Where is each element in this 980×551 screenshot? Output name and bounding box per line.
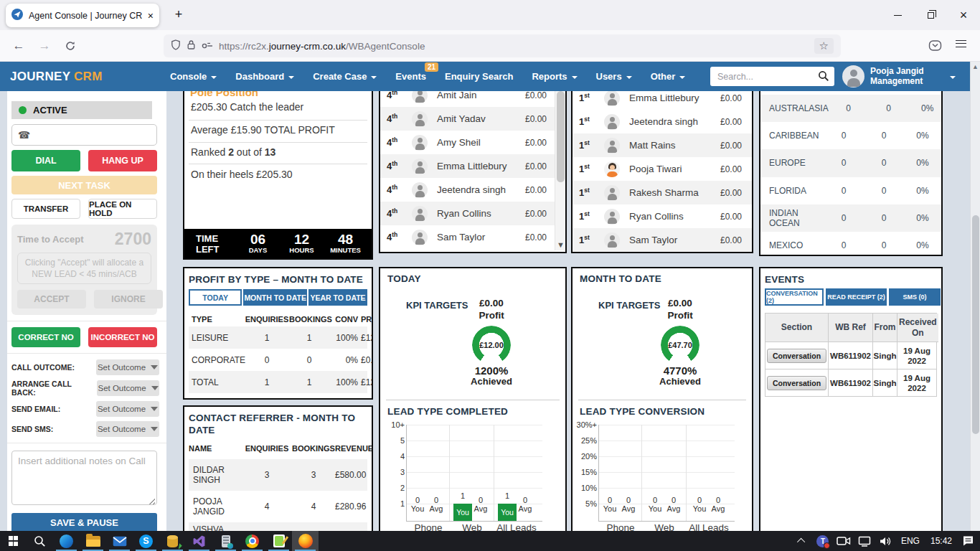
taskbar-search-button[interactable] bbox=[27, 531, 53, 551]
taskbar-skype-icon[interactable]: S bbox=[133, 531, 159, 551]
time-left-bar: TIME LEFT 06DAYS 12HOURS 48MINUTES bbox=[184, 229, 372, 258]
list-scrollbar[interactable]: ▼ bbox=[555, 91, 565, 250]
taskbar-notepad-icon[interactable] bbox=[265, 531, 292, 551]
scroll-up-icon[interactable]: ▲ bbox=[971, 63, 980, 70]
start-button[interactable] bbox=[0, 531, 27, 551]
window-restore-button[interactable] bbox=[914, 0, 947, 30]
user-menu[interactable]: Pooja JangidManagement bbox=[870, 66, 924, 86]
scrollbar-thumb[interactable] bbox=[557, 91, 565, 182]
table-header: TYPEENQUIRIESBOOKINGSCONVPROFIT bbox=[189, 312, 367, 326]
nav-item-other[interactable]: Other bbox=[641, 62, 695, 91]
language-indicator[interactable]: ENG bbox=[898, 536, 923, 546]
taskbar-visual-studio-icon[interactable] bbox=[186, 531, 212, 551]
send-sms-select[interactable]: Set Outcome bbox=[96, 421, 159, 437]
browser-tab[interactable]: Agent Console | Journey CRM × bbox=[6, 4, 159, 27]
tray-teams-icon[interactable]: T bbox=[815, 535, 831, 547]
new-tab-button[interactable]: + bbox=[169, 6, 188, 24]
window-minimize-button[interactable] bbox=[881, 0, 914, 30]
accept-button[interactable]: ACCEPT bbox=[17, 290, 86, 309]
person-avatar bbox=[412, 230, 428, 245]
call-notes-textarea[interactable] bbox=[11, 451, 157, 505]
taskbar-remote-server-icon[interactable] bbox=[212, 531, 239, 551]
browser-tab-bar: Agent Console | Journey CRM × + × bbox=[0, 0, 980, 30]
app-navbar: JOURNEY CRM Console Dashboard Create Cas… bbox=[0, 62, 980, 91]
accept-hint: Clicking "Accept" will allocate a NEW LE… bbox=[17, 253, 151, 284]
clock[interactable]: 15:42 bbox=[928, 536, 955, 546]
tray-network-icon[interactable] bbox=[857, 536, 872, 547]
taskbar-mail-icon[interactable] bbox=[106, 531, 133, 551]
bookmark-star-icon[interactable]: ☆ bbox=[814, 38, 834, 54]
app-logo[interactable]: JOURNEY CRM bbox=[10, 70, 161, 84]
tab-month-to-date[interactable]: MONTH TO DATE bbox=[243, 289, 307, 306]
tab-sms[interactable]: SMS (0) bbox=[889, 288, 941, 306]
tab-conversation[interactable]: CONVERSATION (2) bbox=[765, 288, 824, 306]
taskbar-chrome-icon[interactable] bbox=[239, 531, 265, 551]
tab-today[interactable]: TODAY bbox=[189, 289, 242, 306]
nav-item-enquiry-search[interactable]: Enquiry Search bbox=[435, 62, 522, 91]
table-row: Conversation WB611902 Singh 19 Aug 2022 bbox=[765, 342, 936, 369]
permissions-icon[interactable] bbox=[202, 39, 213, 52]
chevron-down-icon bbox=[371, 76, 377, 79]
taskbar-file-explorer-icon[interactable] bbox=[80, 531, 106, 551]
pocket-icon[interactable] bbox=[928, 39, 942, 55]
reload-button[interactable] bbox=[60, 36, 80, 56]
chevron-down-icon bbox=[626, 76, 632, 79]
leaderboard-row: 1stPooja Tiwari£0.00 bbox=[573, 157, 752, 181]
shield-icon bbox=[171, 39, 181, 53]
tab-read-receipt[interactable]: READ RECEIPT (2) bbox=[826, 288, 887, 306]
dial-button[interactable]: DIAL bbox=[11, 150, 80, 171]
taskbar-firefox-icon[interactable] bbox=[292, 531, 319, 551]
region-row: AUSTRALASIA000% bbox=[760, 95, 941, 122]
nav-item-dashboard[interactable]: Dashboard bbox=[226, 62, 303, 91]
window-close-button[interactable]: × bbox=[947, 0, 980, 30]
ignore-button[interactable]: IGNORE bbox=[94, 290, 163, 309]
search-icon[interactable] bbox=[818, 70, 829, 85]
correct-no-button[interactable]: CORRECT NO bbox=[11, 327, 80, 347]
send-email-select[interactable]: Set Outcome bbox=[96, 401, 159, 417]
hang-up-button[interactable]: HANG UP bbox=[88, 150, 157, 171]
arrange-callback-select[interactable]: Set Outcome bbox=[97, 380, 159, 396]
time-to-accept-value: 2700 bbox=[115, 230, 151, 249]
save-and-pause-button[interactable]: SAVE & PAUSE bbox=[11, 513, 157, 532]
url-bar[interactable]: https://rc2x.journey-crm.co.uk/WBAgentCo… bbox=[164, 34, 841, 57]
search-input[interactable] bbox=[710, 67, 834, 86]
windows-taskbar: S T ENG 15:42 bbox=[0, 531, 980, 551]
transfer-button[interactable]: TRANSFER bbox=[11, 199, 80, 219]
nav-item-reports[interactable]: Reports bbox=[522, 62, 586, 91]
tab-year-to-date[interactable]: YEAR TO DATE bbox=[308, 289, 367, 306]
phone-number-input[interactable]: ☎ bbox=[11, 124, 157, 146]
user-menu-caret-icon[interactable] bbox=[950, 76, 956, 79]
person-avatar bbox=[412, 91, 428, 103]
tray-volume-icon[interactable] bbox=[877, 536, 893, 547]
action-center-icon[interactable] bbox=[960, 535, 976, 547]
user-avatar[interactable] bbox=[842, 65, 864, 88]
scroll-down-icon[interactable]: ▼ bbox=[555, 240, 566, 249]
nav-item-create-case[interactable]: Create Case bbox=[303, 62, 386, 91]
events-table: Section WB Ref From Received On Conversa… bbox=[765, 313, 937, 397]
page-scrollbar[interactable]: ▲ bbox=[970, 62, 980, 531]
nav-item-events[interactable]: Events21 bbox=[386, 62, 435, 91]
leaderboard-row: 4thEmma Littlebury£0.00 bbox=[380, 154, 565, 178]
place-on-hold-button[interactable]: PLACE ON HOLD bbox=[88, 199, 157, 219]
menu-icon[interactable] bbox=[956, 40, 966, 50]
nav-item-console[interactable]: Console bbox=[161, 62, 226, 91]
leaderboard-row: 1stEmma Littlebury£0.00 bbox=[573, 91, 752, 110]
taskbar-database-tool-icon[interactable] bbox=[159, 531, 186, 551]
average-profit-line: Average £15.90 TOTAL PROFIT bbox=[191, 124, 335, 136]
person-avatar bbox=[412, 111, 428, 127]
back-button[interactable]: ← bbox=[9, 36, 29, 56]
table-row: DILDAR SINGH33£580.00 bbox=[189, 459, 367, 491]
conversation-badge[interactable]: Conversation bbox=[767, 376, 826, 390]
next-task-button[interactable]: NEXT TASK bbox=[11, 176, 157, 194]
incorrect-no-button[interactable]: INCORRECT NO bbox=[88, 327, 157, 347]
forward-button[interactable]: → bbox=[34, 36, 55, 56]
tray-meet-now-icon[interactable] bbox=[836, 536, 852, 546]
scrollbar-thumb[interactable] bbox=[972, 215, 979, 434]
tab-close-icon[interactable]: × bbox=[148, 10, 154, 22]
conversation-badge[interactable]: Conversation bbox=[767, 349, 826, 363]
phone-icon: ☎ bbox=[18, 129, 30, 141]
call-outcome-select[interactable]: Set Outcome bbox=[96, 359, 159, 375]
taskbar-edge-icon[interactable] bbox=[53, 531, 80, 551]
nav-item-users[interactable]: Users bbox=[587, 62, 641, 91]
tray-chevron-up-icon[interactable] bbox=[794, 538, 810, 544]
